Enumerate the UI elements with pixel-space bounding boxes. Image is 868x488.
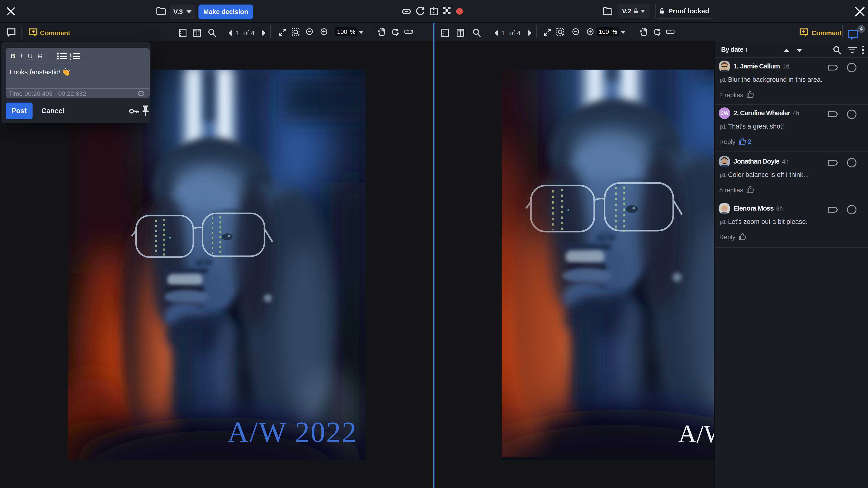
svg-text:3: 3 [70, 57, 71, 60]
